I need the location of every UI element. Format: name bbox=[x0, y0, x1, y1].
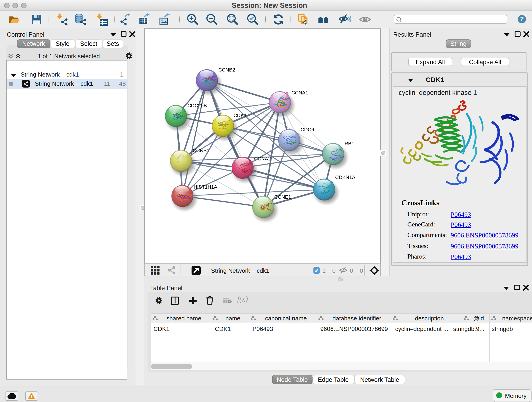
svg-text:CDK1: CDK1 bbox=[233, 112, 247, 118]
svg-text:HIST1H1A: HIST1H1A bbox=[193, 184, 217, 190]
svg-text:CDKN1A: CDKN1A bbox=[335, 174, 355, 180]
svg-text:RB1: RB1 bbox=[344, 140, 354, 146]
svg-text:CCNA2: CCNA2 bbox=[254, 156, 271, 161]
svg-text:CDC6: CDC6 bbox=[300, 127, 314, 132]
svg-text:CCNA1: CCNA1 bbox=[291, 89, 308, 95]
svg-text:CDC25B: CDC25B bbox=[187, 102, 207, 108]
svg-text:CCNE1: CCNE1 bbox=[274, 194, 291, 200]
svg-text:CCNB2: CCNB2 bbox=[218, 67, 235, 72]
svg-text:CCNB1: CCNB1 bbox=[192, 147, 209, 153]
